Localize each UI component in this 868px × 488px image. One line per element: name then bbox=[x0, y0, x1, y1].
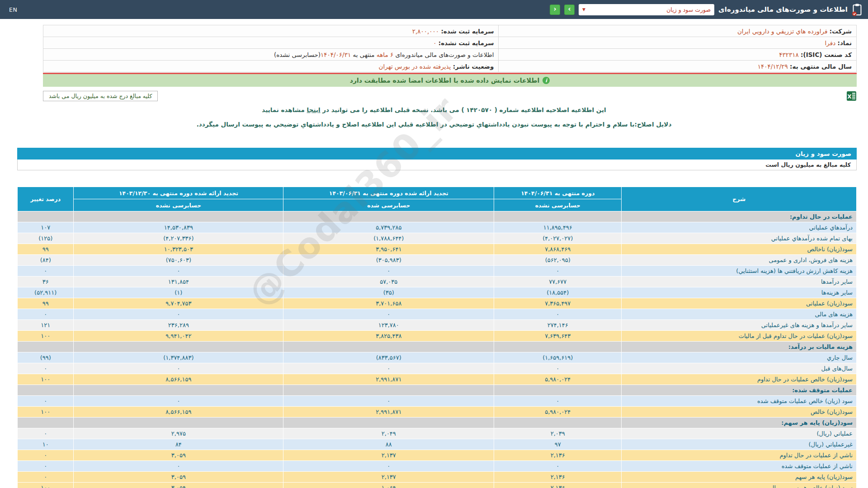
value-cell: ۱۳۱,۸۵۴ bbox=[74, 277, 283, 287]
amounts-unit-note: کلیه مبالغ درج شده به میلیون ریال می باش… bbox=[43, 91, 158, 101]
svg-text:X: X bbox=[847, 94, 852, 100]
income-statement-table-body: عملیات در حال تداوم:درآمدهاي عملیاتي۱۱,۸… bbox=[18, 211, 857, 488]
value-cell: ۵۷,۰۳۵ bbox=[283, 277, 494, 287]
table-row: هزینه های فروش، اداری و عمومی(۵۶۲,۰۹۵)(۳… bbox=[18, 255, 857, 266]
table-row: شرکت: فراورده هاي تزريقي و دارويي ايران … bbox=[43, 25, 857, 37]
row-label: سود(زیان) خالص bbox=[622, 407, 857, 418]
value-cell: ۵,۹۸۰,۰۲۴ bbox=[494, 374, 622, 385]
table-row: کد صنعت (ISIC): ۴۳۲۳۱۸ اطلاعات و صورت‌ها… bbox=[43, 49, 857, 61]
value-cell: ۰ bbox=[494, 396, 622, 407]
table-row: سود(زیان) عملیات در حال تداوم قبل از مال… bbox=[18, 331, 857, 342]
unregistered-capital-cell: سرمایه ثبت نشده: ۰ bbox=[43, 37, 499, 49]
percent-change-cell: ۱۰۷ bbox=[18, 222, 74, 233]
percent-change-cell: (۱۲۵) bbox=[18, 233, 74, 244]
field-value: دفرا bbox=[825, 39, 836, 47]
value-cell: (۴,۰۲۷,۰۲۷) bbox=[494, 233, 622, 244]
value-cell bbox=[74, 211, 283, 222]
isic-code-cell: کد صنعت (ISIC): ۴۳۲۳۱۸ bbox=[499, 49, 857, 61]
row-label: سایر هزینه‌ها bbox=[622, 287, 857, 298]
statement-unit-note: کلیه مبالغ به میلیون ریال است bbox=[17, 160, 857, 170]
value-cell: ۳,۰۵۹ bbox=[74, 450, 283, 461]
percent-change-cell: ۰ bbox=[18, 472, 74, 483]
field-label: سرمایه ثبت نشده: bbox=[439, 39, 494, 47]
period-info-cell: اطلاعات و صورت‌های مالی میاندوره‌ای ۶ ما… bbox=[43, 49, 499, 61]
value-cell: ۳,۹۵۰,۶۴۱ bbox=[283, 244, 494, 255]
value-cell: ۲,۹۹۱,۸۷۱ bbox=[283, 374, 494, 385]
signature-match-bar: i اطلاعات نمایش داده شده با اطلاعات امضا… bbox=[43, 74, 857, 87]
value-cell: ۲,۱۳۶ bbox=[494, 472, 622, 483]
value-cell: (۳۵) bbox=[283, 287, 494, 298]
value-cell bbox=[74, 418, 283, 428]
value-cell: ۰ bbox=[74, 396, 283, 407]
row-label: سود (زیان) خالص عملیات متوقف شده bbox=[622, 396, 857, 407]
value-cell: ۲۷۴,۱۴۶ bbox=[494, 320, 622, 331]
value-cell bbox=[74, 385, 283, 396]
statement-type-selected-value: صورت سود و زیان bbox=[666, 6, 711, 13]
value-cell: ۰ bbox=[74, 309, 283, 320]
value-cell: (۱۸,۵۵۴) bbox=[494, 287, 622, 298]
value-cell: ۰ bbox=[283, 309, 494, 320]
percent-change-cell: ۱۲۱ bbox=[18, 320, 74, 331]
value-cell: ۱۱,۸۹۵,۴۹۶ bbox=[494, 222, 622, 233]
percent-change-cell bbox=[18, 211, 74, 222]
value-cell: ۰ bbox=[283, 461, 494, 472]
percent-change-cell: ۹۹ bbox=[18, 244, 74, 255]
section-row: هزینه مالیات بر درآمد: bbox=[18, 342, 857, 352]
language-toggle-en[interactable]: EN bbox=[9, 0, 17, 19]
top-navbar: اطلاعات و صورت‌های مالی میاندوره‌ای صورت… bbox=[0, 0, 868, 19]
period-end-date-highlight: ۱۴۰۴/۰۶/۳۱ bbox=[321, 51, 351, 58]
value-cell: ۹,۷۰۴,۷۵۳ bbox=[74, 298, 283, 309]
value-cell: ۵,۹۸۰,۰۲۴ bbox=[494, 407, 622, 418]
company-info-section: شرکت: فراورده هاي تزريقي و دارويي ايران … bbox=[43, 25, 857, 72]
table-row: بهای تمام شده درآمدهاي عملیاتي(۴,۰۲۷,۰۲۷… bbox=[18, 233, 857, 244]
issuer-status-cell: وضعیت ناشر: پذیرفته شده در بورس تهران bbox=[43, 61, 499, 72]
value-cell: ۳,۰۵۹ bbox=[74, 483, 283, 488]
statement-type-dropdown[interactable]: صورت سود و زیان ▼ bbox=[579, 4, 714, 15]
table-row: سال جاري(۱,۶۵۹,۶۱۹)(۸۳۳,۵۶۷)(۱,۳۷۴,۸۸۳)(… bbox=[18, 352, 857, 363]
value-cell: ۱۴,۵۳۰,۸۳۹ bbox=[74, 222, 283, 233]
value-cell bbox=[74, 342, 283, 352]
table-row: سود(زیان) پایه هر سهم۲,۱۳۶۲,۱۳۷۳,۰۵۹۰ bbox=[18, 472, 857, 483]
previous-notice-link[interactable]: اینجا bbox=[307, 106, 321, 113]
field-value: ۱۴۰۴/۱۲/۲۹ bbox=[758, 63, 788, 70]
row-label: عملیات متوقف شده: bbox=[622, 385, 857, 396]
table-row: سود (زیان) خالص عملیات متوقف شده۰۰۰۰ bbox=[18, 396, 857, 407]
field-label: سرمایه ثبت شده: bbox=[441, 28, 494, 35]
value-cell: ۰ bbox=[283, 396, 494, 407]
table-row: سایر درآمدها و هزینه های غیرعملیاتی۲۷۴,۱… bbox=[18, 320, 857, 331]
value-cell: ۷,۳۶۵,۴۹۷ bbox=[494, 298, 622, 309]
row-label: سود(زیان) ناخالص bbox=[622, 244, 857, 255]
table-row: سود(زیان) ناخالص۷,۸۶۸,۴۶۹۳,۹۵۰,۶۴۱۱۰,۳۲۳… bbox=[18, 244, 857, 255]
excel-export-icon[interactable]: X bbox=[846, 91, 857, 103]
table-header: شرح دوره منتهی به ۱۴۰۴/۰۶/۳۱ تجدید ارائه… bbox=[18, 187, 857, 211]
codal-financial-page: { "navbar": { "lang_toggle": "EN", "titl… bbox=[0, 0, 868, 488]
field-label: کد صنعت (ISIC): bbox=[801, 51, 852, 58]
value-cell: ۳,۷۰۱,۶۵۸ bbox=[283, 298, 494, 309]
section-row: سود(زیان) پایه هر سهم: bbox=[18, 418, 857, 428]
row-label: ناشي از عملیات متوقف شده bbox=[622, 461, 857, 472]
clipboard-report-icon bbox=[852, 3, 863, 16]
value-cell: ۸,۵۶۶,۱۵۹ bbox=[74, 407, 283, 418]
value-cell: ۲,۹۹۱,۸۷۱ bbox=[283, 407, 494, 418]
table-row: سال‌های قبل۰۰۰۰ bbox=[18, 363, 857, 374]
value-cell: ۰ bbox=[494, 461, 622, 472]
next-statement-button[interactable]: › bbox=[564, 5, 575, 15]
chevron-left-icon: ‹ bbox=[553, 6, 556, 13]
notice-text: مشاهده نمایید bbox=[262, 106, 307, 113]
value-cell: (۵۶۲,۰۹۵) bbox=[494, 255, 622, 266]
navbar-right-group: اطلاعات و صورت‌های مالی میاندوره‌ای صورت… bbox=[550, 0, 863, 19]
value-cell bbox=[494, 342, 622, 352]
income-statement-table: شرح دوره منتهی به ۱۴۰۴/۰۶/۳۱ تجدید ارائه… bbox=[17, 187, 857, 488]
period-text: اطلاعات و صورت‌های مالی میاندوره‌ای bbox=[393, 51, 494, 58]
percent-change-cell: ۱۰ bbox=[18, 439, 74, 450]
chevron-down-icon: ▼ bbox=[582, 7, 585, 12]
value-cell: (۳۰۵,۹۸۳) bbox=[283, 255, 494, 266]
previous-statement-button[interactable]: ‹ bbox=[550, 5, 560, 15]
col-header-restated-yearend: تجدید ارائه شده دوره منتهی به ۱۴۰۳/۱۲/۳۰ bbox=[74, 187, 283, 199]
table-row: عملیاتي (ریال)۲,۰۳۹۲,۰۴۹۲,۹۷۵۰ bbox=[18, 428, 857, 439]
chevron-right-icon: › bbox=[568, 6, 571, 13]
table-row: هزینه کاهش ارزش دریافتني ها (هزینه استثن… bbox=[18, 266, 857, 277]
value-cell: ۹۷ bbox=[494, 439, 622, 450]
table-row: سایر درآمدها۷۷,۶۷۷۵۷,۰۳۵۱۳۱,۸۵۴۳۶ bbox=[18, 277, 857, 287]
row-label: غیرعملیاتي (ریال) bbox=[622, 439, 857, 450]
